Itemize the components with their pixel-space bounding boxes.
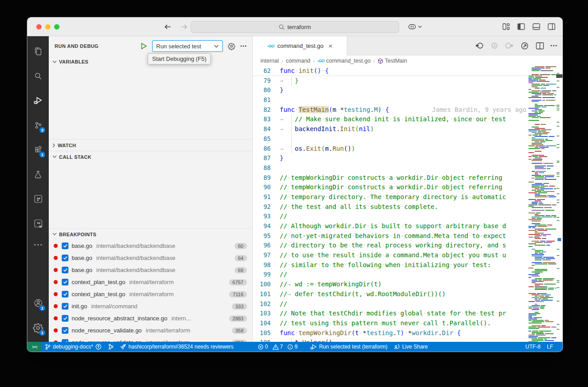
line-number[interactable]: 93: [253, 212, 280, 221]
line-number[interactable]: 91: [253, 192, 280, 202]
code-line[interactable]: 79 →}: [253, 76, 528, 86]
breakpoint-row[interactable]: init.go internal/command 333: [49, 300, 252, 312]
breakpoint-row[interactable]: node_resource_abstract_instance.go inter…: [49, 312, 252, 324]
line-number[interactable]: 95: [253, 231, 280, 241]
breakpoint-row[interactable]: base.go internal/backend/backendbase 64: [49, 252, 252, 264]
start-debugging-button[interactable]: [141, 43, 147, 50]
breadcrumb-item[interactable]: command: [286, 58, 311, 64]
activity-item-run-and-debug[interactable]: [27, 88, 49, 113]
zoom-window-button[interactable]: [54, 24, 60, 30]
activity-item-terraform-cloud[interactable]: [27, 211, 49, 236]
pull-request-item[interactable]: hashicorp/terraform#36524 needs reviewer…: [117, 342, 237, 352]
code-line[interactable]: 99 //: [253, 270, 528, 280]
breakpoint-row[interactable]: context_plan_test.go internal/terraform …: [49, 288, 252, 300]
line-number[interactable]: 101: [253, 289, 280, 299]
line-number[interactable]: 80: [253, 85, 280, 95]
breadcrumb-item[interactable]: TestMain: [378, 58, 407, 64]
code-line[interactable]: 104 //·test·using·this·pattern·must·neve…: [253, 319, 528, 328]
remote-indicator[interactable]: ><: [27, 342, 42, 352]
breakpoint-row[interactable]: node_resource_validate.go internal/terra…: [49, 324, 252, 336]
line-number[interactable]: 79: [253, 76, 280, 86]
minimize-window-button[interactable]: [45, 24, 51, 30]
breadcrumb-item[interactable]: internal: [260, 58, 279, 64]
code-line[interactable]: 105 func·tempWorkingDir(t·*testing.T)·*w…: [253, 328, 528, 338]
scrollbar-thumb[interactable]: [556, 74, 562, 78]
code-line[interactable]: 93 //: [253, 212, 528, 221]
line-number[interactable]: 96: [253, 241, 280, 251]
activity-item-more[interactable]: [27, 236, 49, 254]
git-graph-item[interactable]: [105, 342, 117, 352]
breakpoint-row[interactable]: base.go internal/backend/backendbase 69: [49, 264, 252, 276]
toggle-panel-icon[interactable]: [533, 23, 540, 30]
testing-run-next-icon[interactable]: [505, 42, 514, 50]
debug-status-item[interactable]: Run selected test (terraform): [307, 342, 391, 352]
activity-item-accounts[interactable]: 1: [27, 291, 49, 315]
code-line[interactable]: 97 //·to·use·the·result·inside·a·command…: [253, 251, 528, 260]
code-line[interactable]: 88: [253, 163, 528, 173]
tab-command-test-go[interactable]: -GO command_test.go ×: [253, 36, 347, 55]
code-line[interactable]: 92 //·the·test·and·all·its·subtests·comp…: [253, 202, 528, 212]
line-number[interactable]: 99: [253, 270, 280, 280]
debug-settings-gear-icon[interactable]: [228, 43, 235, 50]
close-tab-icon[interactable]: ×: [328, 43, 332, 49]
customize-layout-icon[interactable]: [503, 23, 510, 30]
line-number[interactable]: 92: [253, 202, 280, 212]
breakpoint-checkbox[interactable]: [62, 303, 68, 310]
line-number[interactable]: 97: [253, 251, 280, 260]
breakpoint-checkbox[interactable]: [62, 291, 68, 298]
code-line[interactable]: 103 //·Note·that·testChdir·modifies·glob…: [253, 309, 528, 319]
code-line[interactable]: 94 //·Although·workdir.Dir·is·built·to·s…: [253, 221, 528, 231]
line-number[interactable]: 87: [253, 153, 280, 163]
line-number[interactable]: 83: [253, 115, 280, 124]
line-number[interactable]: 90: [253, 183, 280, 192]
section-watch[interactable]: WATCH: [49, 139, 252, 151]
code-line[interactable]: 101 //→defer·testChdir(t,·wd.RootModuleD…: [253, 289, 528, 299]
breakpoint-checkbox[interactable]: [62, 279, 68, 285]
code-line[interactable]: 86 →os.Exit(m.Run()): [253, 144, 528, 154]
code-line[interactable]: 81: [253, 95, 528, 105]
line-number[interactable]: 89: [253, 173, 280, 183]
code-line[interactable]: 89 //·tempWorkingDir·constructs·a·workdi…: [253, 173, 528, 183]
code-line[interactable]: 87 }: [253, 153, 528, 163]
minimap[interactable]: [528, 66, 556, 342]
branch-item[interactable]: debugging-docs*: [42, 342, 105, 352]
close-window-button[interactable]: [36, 24, 42, 30]
line-number[interactable]: 100: [253, 280, 280, 289]
code-line[interactable]: 96 //·directory·to·be·the·real·process·w…: [253, 241, 528, 251]
launch-configuration-select[interactable]: Run selected test: [152, 40, 223, 52]
views-more-actions-icon[interactable]: [240, 45, 247, 47]
activity-item-terraform[interactable]: [27, 187, 49, 211]
code-line[interactable]: 62 func·init()·{: [253, 66, 528, 76]
toggle-secondary-sidebar-icon[interactable]: [548, 23, 555, 30]
line-number[interactable]: 85: [253, 134, 280, 144]
breakpoint-checkbox[interactable]: [62, 267, 68, 273]
code-line[interactable]: 83 →//·Make·sure·backend·init·is·initial…: [253, 115, 528, 124]
breakpoint-checkbox[interactable]: [62, 315, 68, 322]
eol-item[interactable]: LF: [544, 342, 556, 352]
line-number[interactable]: 62: [253, 66, 280, 76]
code-line[interactable]: 91 //·temporary·directory.·The·temporary…: [253, 192, 528, 202]
activity-item-explorer[interactable]: [27, 39, 49, 64]
breakpoint-checkbox[interactable]: [62, 242, 68, 249]
line-number[interactable]: 81: [253, 95, 280, 105]
run-or-debug-icon[interactable]: [520, 41, 529, 51]
command-center-search[interactable]: terraform: [191, 21, 399, 33]
live-share-item[interactable]: Live Share: [391, 342, 431, 352]
code-line[interactable]: 100 //→wd·:=·tempWorkingDir(t): [253, 280, 528, 289]
history-forward-icon[interactable]: [180, 24, 187, 30]
code-line[interactable]: 85: [253, 134, 528, 144]
split-editor-icon[interactable]: [536, 42, 544, 50]
line-number[interactable]: 103: [253, 309, 280, 319]
breakpoint-checkbox[interactable]: [62, 327, 68, 334]
section-call-stack[interactable]: CALL STACK: [49, 151, 252, 162]
line-number[interactable]: 84: [253, 124, 280, 134]
activity-item-search[interactable]: [27, 64, 49, 88]
code-line[interactable]: 90 //·tempWorkingDir·constructs·a·workdi…: [253, 183, 528, 192]
code-line[interactable]: 80 }: [253, 85, 528, 95]
encoding-item[interactable]: UTF-8: [522, 342, 544, 352]
code-line[interactable]: 106 →t.Helper(): [253, 338, 528, 342]
line-number[interactable]: 106: [253, 338, 280, 342]
testing-run-previous-icon[interactable]: [475, 41, 484, 50]
copilot-menu[interactable]: [408, 23, 422, 31]
code-line[interactable]: 82 func·TestMain(m·*testing.M)·{James Ba…: [253, 105, 528, 115]
